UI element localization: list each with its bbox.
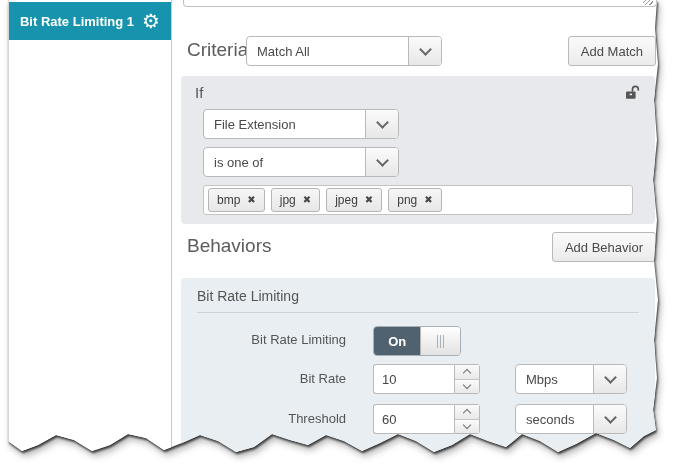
resize-grip-icon[interactable] [643, 0, 653, 5]
behaviors-header-row: Behaviors Add Behavior [173, 232, 661, 264]
threshold-row: Threshold seconds [181, 404, 655, 434]
bit-rate-limiting-behavior-group: Bit Rate Limiting Bit Rate Limiting On B… [181, 278, 655, 458]
chevron-down-icon[interactable] [408, 37, 441, 65]
criteria-header-row: Criteria Match All Add Match [173, 36, 661, 68]
remove-tag-icon[interactable]: ✖ [365, 195, 373, 205]
torn-edge-shadow: Bit Rate Limiting 1 ⚙ Criteria Match All… [0, 0, 676, 472]
behavior-group-title: Bit Rate Limiting [197, 288, 299, 304]
toggle-handle[interactable] [420, 327, 460, 355]
add-behavior-button[interactable]: Add Behavior [552, 232, 656, 262]
rule-editor-page: Bit Rate Limiting 1 ⚙ Criteria Match All… [8, 0, 661, 458]
divider [197, 312, 639, 313]
chevron-down-icon[interactable] [593, 405, 626, 433]
tag-label: png [397, 193, 417, 207]
spinner-up-button[interactable] [455, 405, 479, 420]
remove-tag-icon[interactable]: ✖ [247, 195, 255, 205]
threshold-unit-value: seconds [516, 405, 593, 433]
threshold-input[interactable] [373, 404, 454, 434]
spinner-down-button[interactable] [455, 380, 479, 394]
value-tag: jpeg ✖ [326, 188, 382, 212]
file-extension-values-field[interactable]: bmp ✖ jpg ✖ jpeg ✖ png ✖ [203, 185, 633, 215]
bit-rate-unit-value: Mbps [516, 365, 593, 393]
if-label: If [195, 84, 203, 101]
criteria-match-select[interactable]: Match All [246, 36, 442, 66]
bit-rate-limiting-toggle[interactable]: On [373, 326, 461, 356]
remove-tag-icon[interactable]: ✖ [424, 195, 432, 205]
notes-textarea-bottom [183, 0, 657, 7]
bit-rate-label: Bit Rate [181, 364, 346, 394]
behaviors-heading: Behaviors [187, 235, 272, 257]
threshold-spinner [454, 404, 480, 434]
rule-detail-panel: Criteria Match All Add Match If [173, 0, 661, 458]
tag-label: bmp [217, 193, 240, 207]
bit-rate-spinner [454, 364, 480, 394]
toggle-row: Bit Rate Limiting On [181, 325, 655, 355]
spinner-up-button[interactable] [455, 365, 479, 380]
chevron-down-icon[interactable] [593, 365, 626, 393]
sidebar-rule-item[interactable]: Bit Rate Limiting 1 ⚙ [9, 2, 171, 40]
gear-icon[interactable]: ⚙ [142, 11, 160, 31]
rule-title: Bit Rate Limiting 1 [20, 14, 134, 29]
criteria-if-group: If File Extension is one of [181, 76, 655, 224]
value-tag: jpg ✖ [271, 188, 320, 212]
toggle-on-state: On [374, 327, 420, 355]
rules-sidebar: Bit Rate Limiting 1 ⚙ [9, 0, 172, 458]
unlock-icon[interactable] [624, 84, 641, 105]
add-match-button[interactable]: Add Match [568, 36, 656, 66]
spinner-down-button[interactable] [455, 420, 479, 434]
torn-screenshot-stage: Bit Rate Limiting 1 ⚙ Criteria Match All… [0, 0, 676, 472]
tag-label: jpg [280, 193, 296, 207]
grip-lines-icon [437, 335, 445, 348]
value-tag: bmp ✖ [208, 188, 265, 212]
match-type-select-value: File Extension [204, 110, 365, 138]
bit-rate-row: Bit Rate Mbps [181, 364, 655, 394]
bit-rate-input-group [373, 364, 480, 394]
toggle-row-label: Bit Rate Limiting [181, 325, 346, 355]
value-tag: png ✖ [388, 188, 441, 212]
chevron-down-icon[interactable] [365, 148, 398, 176]
bit-rate-unit-select[interactable]: Mbps [515, 364, 627, 394]
threshold-label: Threshold [181, 404, 346, 434]
tag-label: jpeg [335, 193, 358, 207]
threshold-input-group [373, 404, 480, 434]
criteria-match-select-value: Match All [247, 37, 408, 65]
bit-rate-input[interactable] [373, 364, 454, 394]
criteria-heading: Criteria [187, 39, 248, 61]
chevron-down-icon[interactable] [365, 110, 398, 138]
remove-tag-icon[interactable]: ✖ [303, 195, 311, 205]
operator-select[interactable]: is one of [203, 147, 399, 177]
threshold-unit-select[interactable]: seconds [515, 404, 627, 434]
operator-select-value: is one of [204, 148, 365, 176]
match-type-select[interactable]: File Extension [203, 109, 399, 139]
